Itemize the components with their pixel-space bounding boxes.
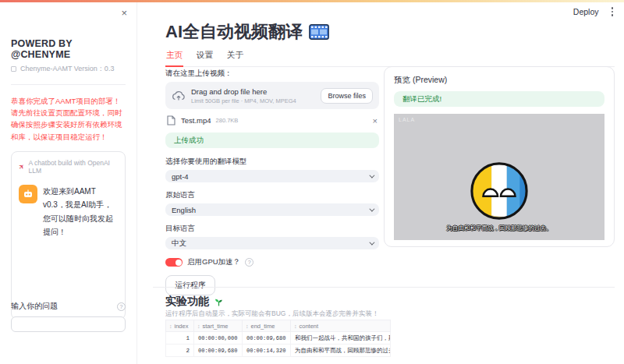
app-header: Deploy — [573, 5, 615, 18]
dropzone-title: Drag and drop file here — [191, 87, 296, 96]
gpu-toggle-row: 启用GPU加速？ ? — [165, 257, 379, 267]
table-row: 1 00:00:00,000 00:00:09,680 和我们一起战斗，共和国的… — [166, 332, 391, 345]
cell-content: 和我们一起战斗，共和国的孩子们，那些残害我们的人，不 — [291, 332, 391, 345]
page-title: AI全自动视频翻译 — [165, 20, 329, 44]
tab-home[interactable]: 主页 — [165, 47, 183, 67]
question-label: 输入你的问题 — [11, 301, 58, 312]
model-value: gpt-4 — [172, 172, 189, 181]
table-row: 2 00:00:09,680 00:00:14,320 为自由和和平而战，回顾那… — [166, 345, 391, 357]
chevron-down-icon — [369, 239, 374, 245]
chevron-down-icon — [369, 172, 374, 178]
column-header-index[interactable]: ↕index — [166, 320, 194, 332]
gpu-help-icon[interactable]: ? — [245, 258, 254, 267]
uploaded-file-row: Test.mp4 280.7KB × — [167, 115, 378, 125]
source-lang-select[interactable]: English — [165, 203, 379, 216]
video-subtitle: 为自由和和平而战，回顾那悲惨的过去。 — [394, 224, 604, 232]
sort-icon: ↕ — [294, 323, 297, 329]
cloud-upload-icon — [172, 90, 186, 101]
chevron-down-icon — [369, 206, 374, 211]
table-header-row: ↕index ↕start_time ↕end_time ↕content — [166, 320, 391, 332]
sidebar-question-block: 输入你的问题 ? — [11, 301, 126, 332]
deployment-notice: 恭喜你完成了AAMT项目的部署！请先前往设置页面配置环境，同时确保按照步骤安装好… — [11, 95, 126, 143]
experimental-title-text: 实验功能 — [165, 295, 209, 309]
dropzone-limit: Limit 50GB per file · MP4, MOV, MPEG4 — [191, 97, 296, 104]
dropzone-text: Drag and drop file here Limit 50GB per f… — [191, 87, 296, 104]
main-form: 请在这里上传视频： Drag and drop file here Limit … — [165, 69, 379, 295]
target-lang-label: 目标语言 — [165, 224, 379, 234]
rocket-icon: ✈ — [17, 162, 27, 171]
experimental-title: 实验功能 — [165, 295, 224, 309]
assistant-avatar-icon — [19, 185, 37, 203]
main-menu-icon[interactable] — [610, 5, 615, 18]
gpu-toggle-label: 启用GPU加速？ — [187, 257, 240, 267]
model-select[interactable]: gpt-4 — [165, 170, 379, 182]
target-lang-value: 中文 — [172, 239, 186, 249]
subtitle-dataframe: ↕index ↕start_time ↕end_time ↕content 1 … — [165, 320, 391, 357]
app-root: Deploy × POWERD BY @CHENYME Chenyme-AAMT… — [0, 0, 624, 364]
version-icon — [11, 66, 16, 72]
cell-index: 2 — [166, 345, 194, 357]
target-lang-select[interactable]: 中文 — [165, 237, 379, 249]
page-title-text: AI全自动视频翻译 — [165, 20, 303, 44]
sidebar: × POWERD BY @CHENYME Chenyme-AAMT Versio… — [0, 2, 137, 364]
sort-icon: ↕ — [246, 323, 249, 329]
tab-settings[interactable]: 设置 — [196, 47, 214, 66]
video-player[interactable]: LALA 为自由和和平而战，回顾那悲惨的过去。 — [394, 114, 604, 240]
tab-bar: 主页 设置 关于 — [165, 47, 615, 67]
cell-content: 为自由和和平而战，回顾那悲惨的过去。 — [291, 345, 391, 357]
source-lang-label: 原始语言 — [165, 190, 379, 200]
file-name: Test.mp4 — [181, 116, 211, 125]
version-caption: Chenyme-AAMT Version：0.3 — [11, 64, 126, 74]
tab-about[interactable]: 关于 — [226, 47, 244, 66]
chatbot-caption: ✈ A chatbot build with OpenAI LLM — [19, 159, 118, 175]
file-dropzone[interactable]: Drag and drop file here Limit 50GB per f… — [165, 82, 379, 109]
chatbot-container: ✈ A chatbot build with OpenAI LLM 欢迎来到AA… — [11, 151, 126, 320]
translation-done-alert: 翻译已完成! — [394, 91, 604, 107]
version-text: Chenyme-AAMT Version：0.3 — [20, 64, 114, 74]
cell-end-time: 00:00:14,320 — [243, 345, 291, 357]
section-divider — [153, 287, 615, 288]
sort-icon: ↕ — [197, 323, 200, 329]
chat-message: 欢迎来到AAMT v0.3，我是AI助手，您可以随时向我发起提问！ — [19, 185, 118, 239]
cell-start-time: 00:00:09,680 — [194, 345, 243, 357]
cell-end-time: 00:00:09,680 — [243, 332, 291, 345]
sidebar-divider — [11, 84, 126, 85]
sidebar-title: POWERD BY @CHENYME — [11, 38, 126, 60]
experimental-caption: 运行程序后自动显示，实际可能会有BUG，后续版本会逐步完善并实装！ — [165, 309, 378, 319]
video-watermark: LALA — [399, 117, 415, 122]
chatbot-caption-text: A chatbot build with OpenAI LLM — [29, 159, 118, 175]
chat-message-text: 欢迎来到AAMT v0.3，我是AI助手，您可以随时向我发起提问！ — [43, 185, 118, 239]
preview-title: 预览 (Preview) — [394, 75, 604, 86]
upload-label: 请在这里上传视频： — [165, 69, 379, 79]
file-size: 280.7KB — [216, 117, 239, 124]
browse-files-button[interactable]: Browse files — [321, 88, 373, 104]
seedling-icon — [214, 297, 224, 307]
sidebar-close-icon[interactable]: × — [121, 7, 127, 19]
cell-index: 1 — [166, 332, 194, 345]
column-header-content[interactable]: ↕content — [291, 320, 391, 332]
sort-icon: ↕ — [169, 323, 172, 329]
help-icon[interactable]: ? — [117, 302, 126, 311]
preview-panel: 预览 (Preview) 翻译已完成! LALA 为自由和和平而战，回顾那悲惨的… — [384, 66, 615, 247]
column-header-end-time[interactable]: ↕end_time — [243, 320, 291, 332]
remove-file-icon[interactable]: × — [373, 116, 378, 125]
question-input[interactable] — [11, 316, 126, 332]
column-header-start-time[interactable]: ↕start_time — [194, 320, 243, 332]
model-label: 选择你要使用的翻译模型 — [165, 157, 379, 167]
gpu-toggle[interactable] — [165, 258, 183, 267]
upload-success-alert: 上传成功 — [165, 133, 379, 148]
film-icon — [309, 24, 329, 40]
countryball-image — [469, 161, 530, 221]
source-lang-value: English — [172, 206, 196, 214]
cell-start-time: 00:00:00,000 — [194, 332, 243, 345]
run-button[interactable]: 运行程序 — [165, 275, 215, 295]
file-icon — [167, 115, 176, 125]
deploy-button[interactable]: Deploy — [573, 7, 599, 16]
